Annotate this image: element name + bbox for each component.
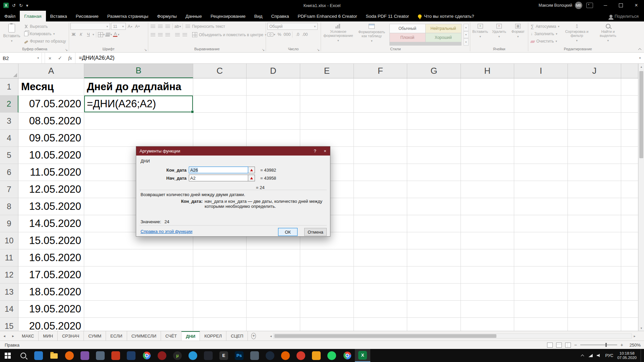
cell-G14[interactable] xyxy=(407,301,461,318)
cell-I7[interactable] xyxy=(514,181,568,198)
row-header-6[interactable]: 6 xyxy=(0,164,18,181)
row-header-8[interactable]: 8 xyxy=(0,198,18,215)
taskbar-app-7[interactable] xyxy=(93,349,108,362)
cell-C1[interactable] xyxy=(193,78,247,96)
wrap-text-button[interactable]: Переносить текст xyxy=(184,23,226,30)
formula-input[interactable]: =ДНИ(A26;A2) xyxy=(75,53,636,63)
cell-D3[interactable] xyxy=(247,113,300,130)
cell-G4[interactable] xyxy=(407,130,461,147)
horizontal-scroll-thumb[interactable] xyxy=(274,334,496,338)
cell-E14[interactable] xyxy=(300,301,354,318)
taskbar-app-5[interactable] xyxy=(62,349,77,362)
cell-H12[interactable] xyxy=(461,266,514,284)
cell-style-neutral[interactable]: Нейтральный xyxy=(426,24,461,33)
maximize-button[interactable] xyxy=(613,0,629,11)
cell-x5[interactable] xyxy=(621,147,638,164)
row-header-1[interactable]: 1 xyxy=(0,78,18,96)
collapse-dialog-button[interactable] xyxy=(248,167,255,173)
cell-F6[interactable] xyxy=(354,164,407,181)
taskbar-app-14[interactable] xyxy=(201,349,216,362)
cell-I14[interactable] xyxy=(514,301,568,318)
network-icon[interactable] xyxy=(588,354,593,357)
taskbar-app-17[interactable] xyxy=(247,349,262,362)
cell-A9[interactable]: 14.05.2020 xyxy=(18,215,84,232)
cell-I6[interactable] xyxy=(514,164,568,181)
cell-E13[interactable] xyxy=(300,284,354,301)
cell-J3[interactable] xyxy=(568,113,621,130)
scroll-up-button[interactable]: ▴ xyxy=(639,64,644,69)
copy-button[interactable]: Копировать▾ xyxy=(23,30,67,37)
percent-button[interactable]: % xyxy=(276,31,283,38)
sort-filter-button[interactable]: АЯ Сортировка и фильтр▾ xyxy=(562,23,592,46)
sheet-tab-korrel[interactable]: КОРРЕЛ xyxy=(200,331,226,341)
cell-I9[interactable] xyxy=(514,215,568,232)
cell-A10[interactable]: 15.05.2020 xyxy=(18,232,84,249)
taskbar-app-6[interactable] xyxy=(77,349,93,362)
alignment-dialog-launcher[interactable]: ↘ xyxy=(262,48,265,52)
cell-G5[interactable] xyxy=(407,147,461,164)
select-all-button[interactable] xyxy=(0,64,18,78)
cell-B3[interactable] xyxy=(84,113,193,130)
taskbar-app-18[interactable] xyxy=(262,349,278,362)
cell-A13[interactable]: 18.05.2020 xyxy=(18,284,84,301)
cell-I8[interactable] xyxy=(514,198,568,215)
file-explorer[interactable] xyxy=(46,349,62,362)
cell-G2[interactable] xyxy=(407,96,461,113)
column-header-H[interactable]: H xyxy=(461,64,514,78)
row-header-5[interactable]: 5 xyxy=(0,147,18,164)
font-name-select[interactable]: ▾ xyxy=(70,23,110,30)
ribbon-display-options-button[interactable] xyxy=(586,3,593,8)
row-header-4[interactable]: 4 xyxy=(0,130,18,147)
cell-G7[interactable] xyxy=(407,181,461,198)
cell-J12[interactable] xyxy=(568,266,621,284)
cell-A7[interactable]: 12.05.2020 xyxy=(18,181,84,198)
cell-C3[interactable] xyxy=(193,113,247,130)
cell-x10[interactable] xyxy=(621,232,638,249)
cell-H4[interactable] xyxy=(461,130,514,147)
cell-J8[interactable] xyxy=(568,198,621,215)
scroll-down-button[interactable]: ▾ xyxy=(639,325,644,331)
cell-I11[interactable] xyxy=(514,249,568,266)
cell-I15[interactable] xyxy=(514,318,568,331)
taskbar-app-8[interactable] xyxy=(108,349,123,362)
column-header-B[interactable]: B xyxy=(84,64,193,78)
cell-G12[interactable] xyxy=(407,266,461,284)
gallery-more-button[interactable]: ▾ xyxy=(464,38,469,46)
cell-A5[interactable]: 10.05.2020 xyxy=(18,147,84,164)
tab-page-layout[interactable]: Разметка страницы xyxy=(103,11,153,21)
cell-B14[interactable] xyxy=(84,301,193,318)
format-as-table-button[interactable]: Форматировать как таблицу ▾ xyxy=(356,23,388,46)
sheet-tab-srznach[interactable]: СРЗНАЧ xyxy=(58,331,84,341)
cut-button[interactable]: Вырезать xyxy=(23,23,67,30)
cell-A11[interactable]: 16.05.2020 xyxy=(18,249,84,266)
cell-B15[interactable] xyxy=(84,318,193,331)
taskbar-app-11[interactable] xyxy=(154,349,170,362)
borders-button[interactable]: ▾ xyxy=(98,31,105,38)
cell-I13[interactable] xyxy=(514,284,568,301)
cell-G9[interactable] xyxy=(407,215,461,232)
cell-G11[interactable] xyxy=(407,249,461,266)
cell-A3[interactable]: 08.05.2020 xyxy=(18,113,84,130)
gallery-down-button[interactable]: ▾ xyxy=(464,31,469,39)
fill-color-button[interactable]: ▾ xyxy=(106,31,112,38)
fill-button[interactable]: ↓Заполнить▾ xyxy=(530,30,560,37)
cell-F2[interactable] xyxy=(354,96,407,113)
cell-B12[interactable] xyxy=(84,266,193,284)
cell-J10[interactable] xyxy=(568,232,621,249)
cell-C15[interactable] xyxy=(193,318,247,331)
cell-B1[interactable]: Дней до дедлайна xyxy=(84,78,193,96)
taskbar-app-21[interactable] xyxy=(309,349,324,362)
sheet-tab-min[interactable]: МИН xyxy=(39,331,58,341)
cell-E2[interactable] xyxy=(300,96,354,113)
format-painter-button[interactable]: Формат по образцу xyxy=(23,38,67,45)
column-header-A[interactable]: A xyxy=(18,64,84,78)
cancel-entry-button[interactable]: × xyxy=(45,53,55,63)
cell-C2[interactable] xyxy=(193,96,247,113)
cell-style-bad[interactable]: Плохой xyxy=(390,33,425,42)
cell-E12[interactable] xyxy=(300,266,354,284)
tab-help[interactable]: Справка xyxy=(267,11,293,21)
hidden-icons-button[interactable] xyxy=(581,354,584,357)
decrease-font-button[interactable]: А▾ xyxy=(134,23,141,30)
tab-soda-pdf[interactable]: Soda PDF 11 Creator xyxy=(362,11,414,21)
cell-J1[interactable] xyxy=(568,78,621,96)
